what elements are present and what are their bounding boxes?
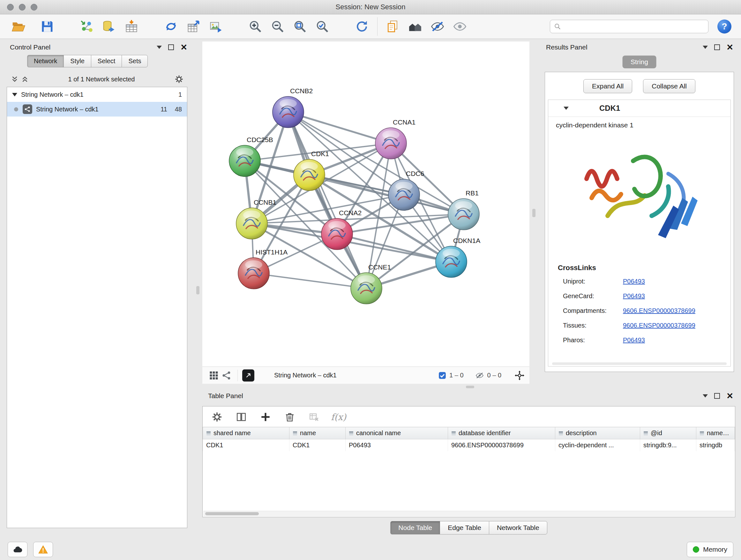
zoom-fit-icon[interactable] <box>291 17 309 36</box>
table-column-header[interactable]: database identifier <box>448 427 555 439</box>
tab-network[interactable]: Network <box>27 55 64 67</box>
zoom-out-icon[interactable] <box>269 17 286 36</box>
network-node[interactable]: CCNA1 <box>375 118 415 159</box>
panel-menu-icon[interactable] <box>703 394 708 397</box>
network-node[interactable]: RB1 <box>448 189 479 230</box>
grid-view-icon[interactable] <box>207 369 220 382</box>
splitter-handle-bottom[interactable] <box>466 386 474 388</box>
add-column-icon[interactable] <box>258 410 273 424</box>
table-column-header[interactable]: namespac <box>696 427 735 439</box>
close-panel-icon[interactable]: ✕ <box>180 43 187 51</box>
panel-menu-icon[interactable] <box>703 46 708 49</box>
minimize-window-icon[interactable] <box>19 4 25 10</box>
import-network-file-icon[interactable] <box>78 17 96 36</box>
hidden-eye-icon[interactable] <box>475 372 484 379</box>
fit-crosshair-icon[interactable] <box>515 371 524 380</box>
tab-edge-table[interactable]: Edge Table <box>440 521 489 535</box>
table-column-header[interactable]: canonical name <box>346 427 448 439</box>
expand-all-icon[interactable] <box>21 76 28 83</box>
table-cell[interactable]: P06493 <box>346 439 448 451</box>
crosslink-compartments[interactable]: 9606.ENSP00000378699 <box>623 307 695 314</box>
horizontal-scrollbar[interactable] <box>552 362 727 365</box>
import-network-database-icon[interactable] <box>100 17 118 36</box>
close-panel-icon[interactable]: ✕ <box>726 392 733 400</box>
open-session-icon[interactable] <box>10 17 27 36</box>
import-table-icon[interactable] <box>123 17 140 36</box>
network-node[interactable]: CCNB2 <box>273 87 313 128</box>
network-edge[interactable] <box>254 273 366 288</box>
collapse-all-icon[interactable] <box>11 76 18 83</box>
search-field[interactable] <box>550 20 709 33</box>
select-columns-icon[interactable] <box>234 410 249 424</box>
warning-icon[interactable] <box>33 542 53 557</box>
hide-selected-icon[interactable] <box>428 17 447 36</box>
table-cell[interactable]: CDK1 <box>289 439 346 451</box>
column-type-icon <box>558 431 563 436</box>
help-icon[interactable]: ? <box>718 19 731 34</box>
table-cell[interactable]: cyclin-dependent ... <box>555 439 640 451</box>
export-image-icon[interactable] <box>207 17 225 36</box>
tab-network-table[interactable]: Network Table <box>489 521 547 535</box>
table-column-header[interactable]: description <box>555 427 640 439</box>
close-panel-icon[interactable]: ✕ <box>726 43 733 51</box>
float-panel-icon[interactable] <box>714 393 720 399</box>
tab-node-table[interactable]: Node Table <box>390 521 440 535</box>
network-canvas[interactable]: CCNB2CCNA1CDC25BCDK1CDC6RB1CCNB1CCNA2CDK… <box>202 42 529 367</box>
crosslink-pharos[interactable]: P06493 <box>623 336 645 344</box>
save-session-icon[interactable] <box>38 17 56 36</box>
network-collection-row[interactable]: String Network – cdk1 1 <box>7 87 187 102</box>
zoom-selected-icon[interactable] <box>313 17 331 36</box>
search-input[interactable] <box>563 23 704 30</box>
function-builder-icon[interactable]: f(x) <box>331 412 346 422</box>
table-settings-gear-icon[interactable] <box>210 410 224 424</box>
table-column-header[interactable]: @id <box>640 427 696 439</box>
gear-icon[interactable] <box>175 75 184 84</box>
delete-column-icon[interactable] <box>282 410 297 424</box>
cloud-icon[interactable] <box>8 542 27 557</box>
scrollbar-thumb[interactable] <box>205 512 259 515</box>
tab-sets[interactable]: Sets <box>122 55 148 67</box>
selected-checkbox-icon[interactable] <box>439 372 446 379</box>
network-edge[interactable] <box>288 112 366 288</box>
network-node[interactable]: CDC25B <box>229 136 273 177</box>
close-window-icon[interactable] <box>7 4 14 10</box>
section-collapse-icon[interactable] <box>563 107 569 110</box>
network-node[interactable]: HIST1H1A <box>238 248 287 289</box>
zoom-in-icon[interactable] <box>246 17 264 36</box>
collapse-all-button[interactable]: Collapse All <box>643 79 695 93</box>
table-cell[interactable]: stringdb <box>696 439 735 451</box>
refresh-view-icon[interactable] <box>353 17 371 36</box>
crosslink-genecard[interactable]: P06493 <box>623 293 645 300</box>
network-edge[interactable] <box>288 112 391 143</box>
splitter-handle-left[interactable] <box>196 286 199 294</box>
table-cell[interactable]: stringdb:9... <box>640 439 696 451</box>
group-nodes-icon[interactable] <box>406 17 424 36</box>
share-network-icon[interactable] <box>220 369 233 382</box>
float-panel-icon[interactable] <box>168 44 174 50</box>
crosslink-tissues[interactable]: 9606.ENSP00000378699 <box>623 322 695 329</box>
maximize-window-icon[interactable] <box>30 4 37 10</box>
export-table-icon[interactable] <box>185 17 202 36</box>
table-row[interactable]: CDK1CDK1P064939606.ENSP00000378699cyclin… <box>203 439 735 451</box>
tab-select[interactable]: Select <box>91 55 122 67</box>
disclosure-triangle-icon[interactable] <box>12 93 17 97</box>
network-node[interactable]: CDC6 <box>388 170 424 210</box>
panel-menu-icon[interactable] <box>157 46 162 49</box>
table-column-header[interactable]: shared name <box>203 427 289 439</box>
crosslink-uniprot[interactable]: P06493 <box>623 278 645 285</box>
new-network-icon[interactable] <box>162 17 180 36</box>
table-cell[interactable]: 9606.ENSP00000378699 <box>448 439 555 451</box>
tab-string[interactable]: String <box>622 56 657 68</box>
show-all-icon[interactable] <box>451 17 469 36</box>
memory-button[interactable]: Memory <box>687 542 733 557</box>
expand-all-button[interactable]: Expand All <box>583 79 632 93</box>
float-panel-icon[interactable] <box>714 44 720 50</box>
table-cell[interactable]: CDK1 <box>203 439 289 451</box>
tab-style[interactable]: Style <box>64 55 91 67</box>
copy-document-icon[interactable] <box>384 17 402 36</box>
splitter-handle-right[interactable] <box>532 209 536 217</box>
open-in-window-icon[interactable] <box>242 369 254 381</box>
network-row-selected[interactable]: String Network – cdk1 11 48 <box>7 102 187 117</box>
horizontal-scrollbar[interactable] <box>203 511 734 516</box>
table-column-header[interactable]: name <box>289 427 346 439</box>
